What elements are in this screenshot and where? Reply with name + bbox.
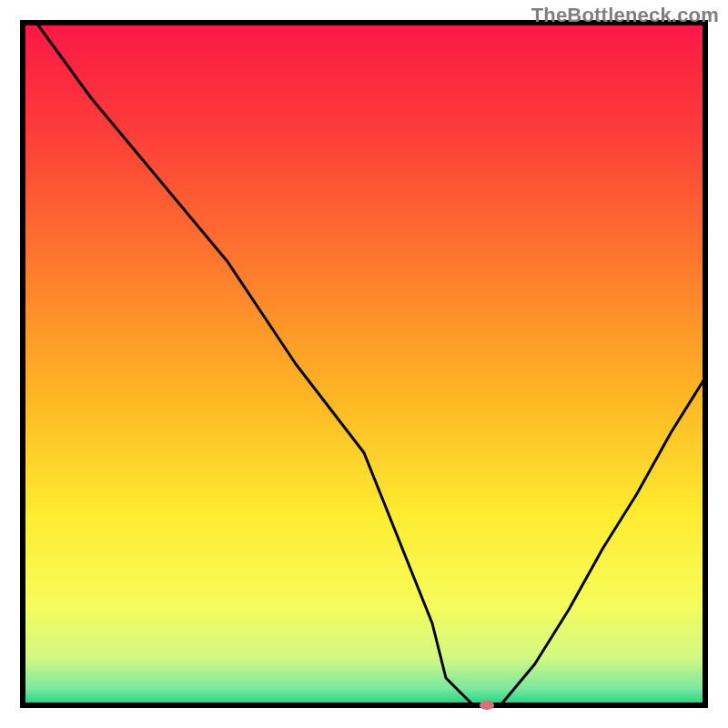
chart-canvas: TheBottleneck.com	[0, 0, 728, 728]
watermark-text: TheBottleneck.com	[531, 4, 719, 27]
chart-svg	[0, 0, 728, 728]
optimum-marker	[480, 701, 494, 710]
gradient-background	[23, 23, 705, 705]
